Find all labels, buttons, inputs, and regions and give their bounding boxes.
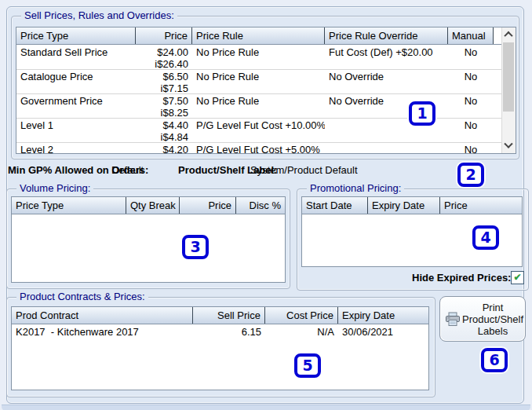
- cell-price: $4.20: [136, 143, 192, 153]
- cell-price: $4.40 i$4.84: [136, 119, 192, 142]
- promotional-pricing-table-header: Start Date Expiry Date Price: [302, 197, 522, 214]
- promotional-pricing-group-title: Promotional Pricing:: [307, 182, 404, 194]
- price-ex: $7.50: [140, 95, 188, 107]
- table-row[interactable]: Level 2 $4.20 P/G Level Fut Cost +5.00% …: [16, 143, 502, 153]
- print-button-line2: Product/Shelf: [462, 313, 523, 325]
- column-header-prod-contract: Prod Contract: [12, 307, 193, 324]
- sell-prices-table-body: Standard Sell Price $24.00 i$26.40 No Pr…: [16, 46, 502, 153]
- cell-price-rule: P/G Level Fut Cost +10.00%: [192, 119, 325, 142]
- chevron-up-icon: [504, 31, 512, 40]
- cell-prod-contract: K2017 - Kitchenware 2017: [12, 325, 193, 342]
- column-header-price-rule: Price Rule: [192, 27, 325, 44]
- volume-pricing-table: Price Type Qty Break Price Disc %: [11, 196, 286, 283]
- cell-price-type: Government Price: [16, 94, 136, 118]
- column-header-sell-price: Sell Price: [193, 307, 265, 324]
- price-inc: i$26.40: [140, 58, 188, 69]
- cell-price-rule: No Price Rule: [192, 46, 325, 69]
- cell-manual: No: [448, 119, 494, 142]
- column-header-start-date: Start Date: [302, 197, 368, 214]
- cell-price: $6.50 i$7.15: [136, 70, 192, 93]
- hide-expired-prices-label: Hide Expired Prices:: [412, 272, 507, 284]
- cell-manual: No: [448, 70, 494, 93]
- checkmark-icon: ✔: [513, 272, 521, 283]
- vertical-scrollbar[interactable]: [501, 27, 516, 153]
- price-ex: $4.40: [140, 119, 188, 131]
- column-header-price-type: Price Type: [12, 197, 126, 214]
- chevron-down-icon: [504, 140, 512, 148]
- annotation-marker-6: 6: [481, 348, 508, 372]
- print-product-shelf-labels-button[interactable]: Print Product/Shelf Labels: [439, 296, 526, 342]
- cell-price-type: Catalogue Price: [16, 70, 136, 93]
- window-bottom-edge: [2, 405, 530, 410]
- column-header-price: Price: [136, 27, 192, 44]
- table-row[interactable]: K2017 - Kitchenware 2017 6.15 N/A 30/06/…: [12, 325, 428, 342]
- product-contracts-table-body: K2017 - Kitchenware 2017 6.15 N/A 30/06/…: [12, 325, 428, 390]
- scroll-down-button[interactable]: [502, 140, 515, 152]
- cell-manual: No: [448, 46, 494, 69]
- sell-prices-table: Price Type Price Price Rule Price Rule O…: [16, 27, 516, 154]
- price-ex: $6.50: [140, 71, 188, 82]
- product-contracts-table: Prod Contract Sell Price Cost Price Expi…: [11, 306, 429, 390]
- product-contracts-table-header: Prod Contract Sell Price Cost Price Expi…: [12, 307, 428, 324]
- column-header-expiry-date: Expiry Date: [338, 307, 428, 324]
- column-header-disc-percent: Disc %: [236, 197, 285, 214]
- cell-price-rule: No Price Rule: [192, 94, 325, 118]
- annotation-marker-3: 3: [182, 235, 209, 259]
- volume-pricing-group-title: Volume Pricing:: [16, 182, 93, 194]
- cell-price-type: Level 2: [16, 143, 136, 153]
- hide-expired-prices-checkbox[interactable]: ✔: [511, 271, 524, 284]
- annotation-marker-2: 2: [457, 163, 484, 187]
- cell-price-rule-override: Fut Cost (Def) +$20.00: [325, 46, 448, 69]
- table-row[interactable]: Catalogue Price $6.50 i$7.15 No Price Ru…: [16, 70, 502, 94]
- price-ex: $24.00: [140, 46, 188, 58]
- print-button-line1: Print: [483, 302, 504, 313]
- cell-manual: No: [448, 143, 494, 153]
- cell-price-type: Level 1: [16, 119, 136, 142]
- column-header-qty-break: Qty Break: [126, 197, 180, 214]
- cell-price-rule: P/G Level Fut Cost +5.00%: [192, 143, 325, 153]
- cell-expiry-date: 30/06/2021: [338, 325, 428, 342]
- cell-cost-price: N/A: [265, 325, 338, 342]
- table-row[interactable]: Standard Sell Price $24.00 i$26.40 No Pr…: [16, 46, 502, 70]
- sell-prices-group-title: Sell Prices, Rules and Overrides:: [21, 9, 177, 21]
- scroll-up-button[interactable]: [502, 28, 515, 41]
- cell-sell-price: 6.15: [193, 325, 265, 342]
- column-header-manual: Manual: [448, 27, 494, 44]
- column-header-expiry-date: Expiry Date: [368, 197, 440, 214]
- volume-pricing-table-header: Price Type Qty Break Price Disc %: [12, 197, 285, 214]
- scrollbar-thumb[interactable]: [503, 42, 514, 112]
- cell-price-rule: No Price Rule: [192, 70, 325, 93]
- cell-price-type: Standard Sell Price: [16, 46, 136, 69]
- cell-price-rule-override: No Override: [325, 70, 448, 93]
- printer-icon: [445, 312, 461, 327]
- volume-pricing-table-body: [12, 215, 285, 282]
- cell-price: $7.50 i$8.25: [136, 94, 192, 118]
- annotation-marker-1: 1: [409, 101, 435, 126]
- column-header-price: Price: [440, 197, 522, 214]
- print-button-line3: Labels: [478, 325, 508, 337]
- shelf-label-value: System/Product Default: [250, 164, 358, 176]
- price-ex: $4.20: [140, 144, 188, 153]
- cell-manual: No: [448, 94, 494, 118]
- min-gp-value: Default: [111, 164, 144, 176]
- price-inc: i$8.25: [140, 107, 188, 118]
- cell-price-rule-override: [325, 143, 448, 153]
- print-button-label: Print Product/Shelf Labels: [461, 302, 525, 337]
- column-header-price: Price: [180, 197, 236, 214]
- column-header-cost-price: Cost Price: [265, 307, 338, 324]
- product-contracts-group-title: Product Contracts & Prices:: [16, 291, 148, 302]
- column-header-price-type: Price Type: [16, 27, 136, 44]
- annotation-marker-5: 5: [294, 353, 321, 378]
- column-header-price-rule-override: Price Rule Override: [325, 27, 448, 44]
- price-inc: i$4.84: [140, 131, 188, 142]
- sell-prices-table-header: Price Type Price Price Rule Price Rule O…: [16, 27, 516, 45]
- annotation-marker-4: 4: [472, 225, 499, 250]
- cell-price: $24.00 i$26.40: [136, 46, 192, 69]
- price-inc: i$7.15: [140, 82, 188, 93]
